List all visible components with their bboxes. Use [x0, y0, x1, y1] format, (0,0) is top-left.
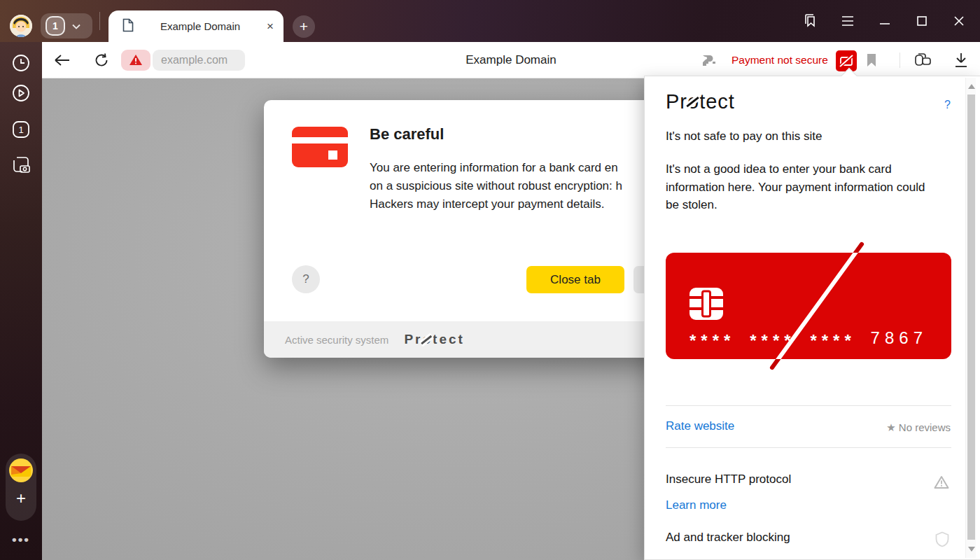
profile-avatar[interactable]	[10, 15, 32, 37]
more-menu-icon[interactable]: •••	[0, 532, 42, 547]
protect-panel: Protect ? It's not safe to pay on this s…	[644, 76, 980, 560]
site-warning-badge[interactable]	[121, 50, 150, 71]
screenshot-icon[interactable]	[8, 152, 34, 177]
dialog-body-line: Hackers may intercept your payment detai…	[370, 195, 622, 214]
insecure-http-title: Insecure HTTP protocol	[666, 472, 791, 486]
bookmark-icon[interactable]	[861, 50, 882, 71]
password-manager-icon[interactable]	[699, 50, 720, 71]
toolbar-divider	[899, 52, 900, 68]
payment-not-secure-icon[interactable]	[836, 50, 857, 71]
panel-divider	[666, 405, 951, 406]
maximize-icon[interactable]	[915, 14, 929, 28]
warning-triangle-icon	[934, 475, 949, 492]
add-app-button[interactable]: +	[6, 489, 36, 508]
rate-website-link[interactable]: Rate website	[666, 419, 734, 433]
masked-card-number: **** **** **** 7867	[690, 328, 927, 348]
active-security-label: Active security system	[285, 334, 388, 346]
scrollbar-thumb[interactable]	[967, 94, 975, 540]
reload-icon[interactable]	[91, 50, 112, 71]
close-tab-button[interactable]: Close tab	[526, 266, 624, 293]
panel-divider	[666, 447, 951, 448]
panel-subtitle: It's not safe to pay on this site	[666, 130, 822, 144]
back-icon[interactable]	[52, 50, 73, 71]
titlebar-separator	[99, 12, 100, 30]
tabs-counter-icon[interactable]: 1	[8, 117, 34, 142]
history-icon[interactable]	[8, 50, 34, 76]
chevron-down-icon[interactable]	[72, 20, 80, 32]
mail-app-icon[interactable]	[8, 458, 34, 483]
media-play-icon[interactable]	[8, 80, 34, 106]
panel-body-text: It's not a good idea to enter your bank …	[666, 160, 930, 214]
dialog-help-button[interactable]: ?	[292, 265, 320, 293]
new-tab-button[interactable]: +	[293, 15, 315, 38]
dialog-title: Be careful	[370, 125, 444, 144]
shield-icon	[935, 531, 949, 550]
window-titlebar: 1 Example Domain × +	[0, 0, 980, 42]
protect-panel-title: Protect	[666, 90, 735, 113]
dialog-body-line: on a suspicious site without robust encr…	[370, 177, 622, 195]
reviews-summary: ★No reviews	[886, 421, 951, 434]
downloads-icon[interactable]	[951, 50, 972, 71]
close-window-icon[interactable]	[952, 14, 966, 28]
scroll-down-icon[interactable]	[968, 547, 975, 552]
dialog-body: You are entering information for a bank …	[370, 159, 622, 214]
tab-close-icon[interactable]: ×	[267, 20, 274, 32]
svg-text:1: 1	[18, 125, 23, 135]
payment-warning-text[interactable]: Payment not secure	[732, 42, 828, 78]
collections-icon[interactable]	[912, 50, 933, 71]
scroll-up-icon[interactable]	[968, 84, 975, 89]
card-chip-icon	[690, 288, 723, 323]
protect-wordmark: Protect	[404, 332, 464, 347]
tab-group-pill[interactable]: 1	[41, 13, 92, 38]
page-icon	[122, 18, 134, 35]
address-bar[interactable]: example.com	[153, 50, 245, 71]
browser-toolbar: example.com Example Domain Payment not s…	[42, 42, 980, 78]
learn-more-link[interactable]: Learn more	[666, 498, 727, 512]
blocked-card-graphic: **** **** **** 7867	[666, 253, 951, 359]
menu-icon[interactable]	[841, 15, 855, 27]
sidebar-apps-group: +	[6, 454, 36, 521]
panel-help-link[interactable]: ?	[944, 99, 951, 111]
browser-tab[interactable]: Example Domain ×	[108, 10, 284, 42]
panel-scrollbar[interactable]	[965, 78, 976, 558]
bookmarks-panel-icon[interactable]	[802, 13, 818, 29]
dialog-body-line: You are entering information for a bank …	[370, 159, 622, 177]
sidebar: 1 + •••	[0, 42, 42, 560]
adblock-title: Ad and tracker blocking	[666, 531, 790, 545]
minimize-icon[interactable]	[878, 14, 892, 28]
tab-title: Example Domain	[134, 20, 267, 32]
star-icon: ★	[886, 421, 895, 433]
red-credit-card: **** **** **** 7867	[666, 253, 951, 359]
avatar-illustration	[10, 15, 32, 37]
tab-count-badge: 1	[46, 16, 65, 36]
bank-card-icon	[292, 127, 348, 170]
reviews-label: No reviews	[899, 421, 951, 433]
